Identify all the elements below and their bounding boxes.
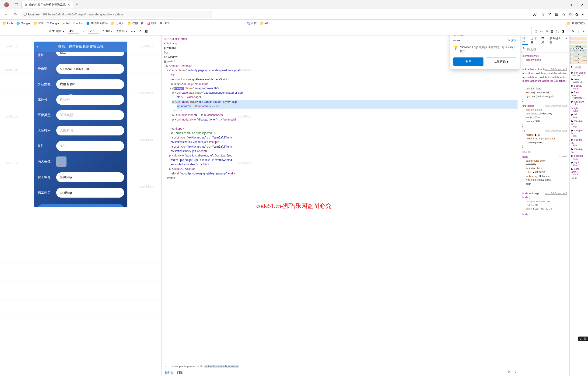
upload-icon: ⬆: [73, 22, 75, 25]
input-beizhu[interactable]: 备注: [56, 141, 124, 151]
label-bianhao: 职工编号: [38, 175, 56, 179]
bm-baidu[interactable]: 🐾百度: [247, 21, 257, 25]
dt-dots-icon[interactable]: ⋮: [577, 30, 580, 33]
css-link[interactable]: index.2da1efab.css:1: [545, 129, 567, 133]
tab-close-icon[interactable]: ✕: [67, 3, 70, 7]
issues-tab[interactable]: 问题: [177, 371, 183, 375]
bm-zhanzhang[interactable]: 📊站长工具 - 站长…: [147, 21, 173, 25]
bc-item-active[interactable]: uni-tabbar.uni-tabbar-bottom: [204, 365, 239, 368]
popup-later-button[interactable]: 以后再说▾: [486, 57, 516, 66]
funnel-icon[interactable]: ⚗: [522, 47, 525, 51]
console-opt-icon[interactable]: ⧉: [508, 371, 511, 375]
dt-close-icon[interactable]: ✕: [582, 30, 585, 33]
styles-tab-computed[interactable]: 已计算: [531, 36, 538, 45]
dt-height-input[interactable]: [88, 29, 99, 34]
chevron-left-icon[interactable]: ‹: [37, 44, 38, 50]
dt-size-dropdown[interactable]: 尺寸: 响应 ▾: [49, 29, 64, 33]
bm-google2[interactable]: GGoogle: [47, 22, 59, 25]
toolbar-extensions-icon[interactable]: ⧩: [548, 12, 551, 17]
nav-back-icon[interactable]: ←: [2, 11, 10, 18]
dt-width-input[interactable]: [68, 29, 79, 34]
inherit-label: 继承自: [522, 150, 567, 154]
dt-add-tab-icon[interactable]: +: [567, 30, 569, 33]
styles-tab-listeners[interactable]: 事件侦听器: [549, 36, 563, 45]
window-minimize[interactable]: —: [554, 1, 562, 8]
input-yibao[interactable]: 医保类型: [56, 110, 124, 120]
input-chuangwei[interactable]: 床位号: [56, 95, 124, 105]
dt-zoom-dropdown[interactable]: 100% ▾: [103, 30, 113, 33]
dt-device-icon[interactable]: ▭: [540, 30, 543, 33]
bm-aff[interactable]: 📁aff: [260, 22, 268, 25]
bm-txy[interactable]: ☁txy: [62, 22, 70, 25]
styles-tab-styles[interactable]: 样式: [522, 36, 528, 45]
bc-prev-icon[interactable]: ‹: [165, 365, 166, 368]
input-bingqu[interactable]: 病区名称2: [56, 79, 124, 89]
bm-google1[interactable]: 🌐Google: [16, 22, 30, 25]
console-close-icon[interactable]: ✕: [514, 371, 517, 375]
toolbar-collections-icon[interactable]: ▤: [555, 12, 558, 17]
toolbar-more-icon[interactable]: ⋯: [582, 12, 586, 17]
dt-throttle-dropdown[interactable]: 无限制 ▾: [116, 29, 127, 33]
dt-rotate-icon[interactable]: ⟲: [139, 30, 141, 33]
dt-inspect-icon[interactable]: ⬚: [535, 30, 537, 33]
input-bianhao[interactable]: testEmp: [56, 172, 124, 182]
label-beizhu: 备注: [38, 144, 56, 148]
submit-button[interactable]: 提交: [38, 204, 124, 207]
window-maximize[interactable]: ▢: [567, 1, 574, 8]
bm-share[interactable]: 📘共享账号密码: [86, 21, 108, 25]
css-link[interactable]: index.2da1efab.css:1: [545, 67, 567, 71]
input-touxiang[interactable]: [56, 156, 66, 167]
css-link[interactable]: index.2da1efab.css:1: [545, 104, 567, 107]
styles-filter-input[interactable]: [527, 47, 567, 51]
dt-more-icon[interactable]: ⋮: [151, 30, 154, 33]
styles-body[interactable]: element.style { display: none;} index.2d…: [520, 53, 569, 376]
input-ruyuan[interactable]: 入院时间: [56, 126, 124, 135]
ime-badge: CH 简: [578, 337, 588, 341]
tab-workspace-icon[interactable]: ▢: [13, 2, 19, 8]
toolbar-favorite-icon[interactable]: ☆: [541, 12, 544, 17]
bm-video[interactable]: 📁视频下载: [127, 21, 144, 25]
phone-body[interactable]: 住址 所... 身份证 530624199802121813 所在病区 病区名称…: [34, 52, 127, 207]
toolbar-sidebar-icon[interactable]: ⧉: [569, 12, 571, 17]
add-tab-icon[interactable]: +: [186, 371, 188, 375]
toolbar-read-mode-icon[interactable]: Aᴬ: [533, 12, 537, 17]
site-info-icon[interactable]: ⓘ: [24, 12, 27, 17]
url-path: :8081/ssm5aful/front/h5/#/pages/ruyuande…: [42, 13, 123, 16]
dt-ruler-icon[interactable]: ✒ ▾: [131, 30, 135, 33]
dom-breadcrumb[interactable]: ‹… uni-app.uni-app--maxwidth uni-tabbar.…: [162, 363, 520, 369]
nav-refresh-icon[interactable]: ⟳: [12, 11, 19, 18]
dt-elements-icon[interactable]: ⬓: [551, 30, 553, 33]
css-link[interactable]: index.2da1efab.css:1: [545, 191, 567, 195]
profile-icon[interactable]: [4, 2, 9, 7]
bm-baozang[interactable]: 📁宝藏: [33, 21, 44, 25]
window-close[interactable]: ✕: [579, 1, 586, 8]
input-xingming[interactable]: testEmp: [56, 188, 124, 198]
console-tab[interactable]: 控制台: [165, 371, 173, 375]
bm-other[interactable]: 📁其他收藏夹: [567, 21, 586, 25]
input-sfz[interactable]: 530624199802121813: [56, 64, 124, 74]
browser-tab[interactable]: 🗎 微信小程序核酸检测查询系统 ✕: [21, 1, 73, 8]
addressbar[interactable]: ⓘ localhost:8081/ssm5aful/front/h5/#/pag…: [21, 11, 212, 18]
dt-console-icon[interactable]: ◨: [562, 30, 564, 33]
bm-tools[interactable]: 📁tools: [2, 22, 13, 25]
more-tabs-icon[interactable]: »: [565, 36, 567, 45]
titlebar: ▢ 🗎 微信小程序核酸检测查询系统 ✕ + — ▢ ✕: [0, 0, 588, 9]
dom-tree[interactable]: <!DOCTYPE html> <html lang p-window- 0px…: [162, 35, 520, 363]
popup-hint-text: Microsoft Edge 密码管理器方便、可信且易于使用: [460, 45, 516, 53]
dt-snap-icon[interactable]: ◧: [145, 30, 148, 33]
popup-edit-link[interactable]: ✎ 编辑: [508, 39, 516, 43]
input-dizhi[interactable]: 所...: [56, 52, 124, 56]
dt-settings-icon[interactable]: ⚙: [571, 30, 574, 33]
funnel-icon[interactable]: ⚗: [570, 66, 573, 69]
bm-imported[interactable]: 📁已导入: [111, 21, 124, 25]
bm-uplod[interactable]: ⬆uplod: [73, 22, 83, 25]
popup-ok-button[interactable]: 明白: [453, 57, 483, 66]
bc-item[interactable]: uni-app.uni-app--maxwidth: [172, 365, 202, 368]
tab-add-button[interactable]: +: [76, 2, 78, 7]
toolbar-shopping-icon[interactable]: ✿: [575, 12, 578, 17]
dt-welcome-icon[interactable]: ⟲: [546, 30, 548, 33]
toolbar-fav-bar-icon[interactable]: ✩: [562, 12, 565, 17]
dt-sources-icon[interactable]: ⛶: [556, 30, 559, 33]
computed-props[interactable]: ▶ box-sizingborder-box ▶ color■ rgb(51,……: [570, 70, 588, 376]
styles-tab-layout[interactable]: 布局: [541, 36, 547, 45]
